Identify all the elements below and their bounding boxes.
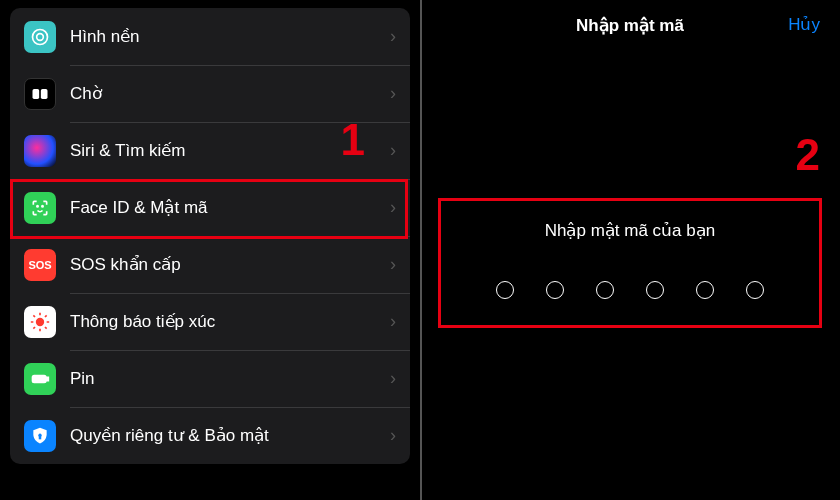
settings-row-label: Hình nền: [70, 26, 390, 47]
chevron-right-icon: ›: [390, 197, 396, 218]
settings-list: Hình nền › Chờ › Siri & Tìm kiếm › Face …: [10, 8, 410, 464]
wallpaper-icon: [24, 21, 56, 53]
passcode-dot: [546, 281, 564, 299]
settings-row-battery[interactable]: Pin ›: [10, 350, 410, 407]
settings-panel: Hình nền › Chờ › Siri & Tìm kiếm › Face …: [0, 0, 420, 500]
svg-rect-15: [33, 375, 46, 382]
svg-line-13: [33, 327, 35, 329]
svg-rect-3: [41, 89, 48, 99]
sos-icon: SOS: [24, 249, 56, 281]
settings-row-wallpaper[interactable]: Hình nền ›: [10, 8, 410, 65]
settings-row-sos[interactable]: SOS SOS khẩn cấp ›: [10, 236, 410, 293]
passcode-dot: [696, 281, 714, 299]
chevron-right-icon: ›: [390, 254, 396, 275]
faceid-icon: [24, 192, 56, 224]
svg-point-6: [36, 317, 44, 325]
svg-rect-16: [47, 377, 49, 380]
svg-line-14: [45, 315, 47, 317]
chevron-right-icon: ›: [390, 425, 396, 446]
settings-row-label: Face ID & Mật mã: [70, 197, 390, 218]
settings-row-label: Quyền riêng tư & Bảo mật: [70, 425, 390, 446]
settings-row-label: Pin: [70, 369, 390, 389]
cancel-button[interactable]: Hủy: [788, 14, 820, 35]
passcode-dot: [496, 281, 514, 299]
svg-point-0: [37, 33, 44, 40]
passcode-header: Nhập mật mã Hủy: [420, 0, 840, 50]
passcode-title: Nhập mật mã: [576, 15, 684, 36]
passcode-dot: [646, 281, 664, 299]
svg-rect-2: [33, 89, 40, 99]
annotation-number-2: 2: [796, 130, 820, 180]
settings-row-label: Thông báo tiếp xúc: [70, 311, 390, 332]
passcode-dots[interactable]: [420, 281, 840, 299]
svg-rect-18: [39, 436, 42, 439]
chevron-right-icon: ›: [390, 140, 396, 161]
panel-divider: [420, 0, 422, 500]
settings-row-label: SOS khẩn cấp: [70, 254, 390, 275]
svg-point-5: [42, 205, 43, 206]
chevron-right-icon: ›: [390, 83, 396, 104]
privacy-icon: [24, 420, 56, 452]
standby-icon: [24, 78, 56, 110]
settings-row-standby[interactable]: Chờ ›: [10, 65, 410, 122]
passcode-dot: [746, 281, 764, 299]
svg-line-11: [33, 315, 35, 317]
passcode-dot: [596, 281, 614, 299]
settings-row-exposure[interactable]: Thông báo tiếp xúc ›: [10, 293, 410, 350]
settings-row-faceid[interactable]: Face ID & Mật mã ›: [10, 179, 410, 236]
chevron-right-icon: ›: [390, 311, 396, 332]
settings-row-label: Chờ: [70, 83, 390, 104]
svg-point-4: [37, 205, 38, 206]
passcode-prompt: Nhập mật mã của bạn: [420, 220, 840, 241]
chevron-right-icon: ›: [390, 26, 396, 47]
siri-icon: [24, 135, 56, 167]
svg-point-1: [33, 29, 48, 44]
passcode-panel: Nhập mật mã Hủy Nhập mật mã của bạn 2: [420, 0, 840, 500]
svg-line-12: [45, 327, 47, 329]
annotation-number-1: 1: [341, 115, 365, 165]
passcode-area: Nhập mật mã của bạn: [420, 220, 840, 299]
chevron-right-icon: ›: [390, 368, 396, 389]
settings-row-privacy[interactable]: Quyền riêng tư & Bảo mật ›: [10, 407, 410, 464]
exposure-icon: [24, 306, 56, 338]
battery-icon: [24, 363, 56, 395]
